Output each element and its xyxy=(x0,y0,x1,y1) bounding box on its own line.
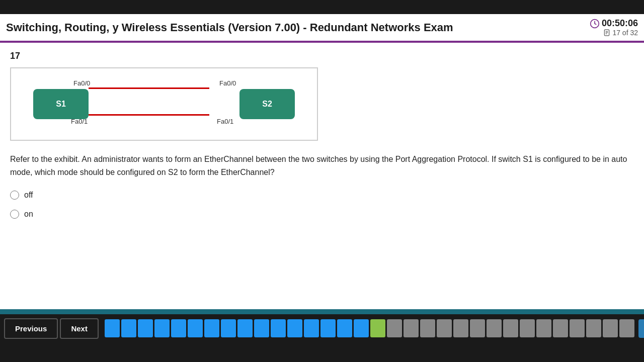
dot-25[interactable] xyxy=(503,319,518,337)
question-dots xyxy=(105,319,634,337)
page-title: Switching, Routing, y Wireless Essential… xyxy=(6,21,453,34)
page-count: 17 of 32 xyxy=(603,29,638,37)
dot-28[interactable] xyxy=(553,319,568,337)
header-right: 00:50:06 17 of 32 xyxy=(590,18,638,37)
dot-32[interactable] xyxy=(619,319,634,337)
timer-value: 00:50:06 xyxy=(602,18,638,29)
label-fa01-s2: Fa0/1 xyxy=(217,118,233,125)
dot-20[interactable] xyxy=(420,319,435,337)
dot-23[interactable] xyxy=(470,319,485,337)
network-diagram: Fa0/0 Fa0/0 S1 S2 Fa0/1 Fa0/1 xyxy=(23,76,305,132)
clock-icon xyxy=(590,19,600,29)
previous-button[interactable]: Previous xyxy=(4,318,58,339)
question-number: 17 xyxy=(10,51,634,61)
content-area: 17 Fa0/0 Fa0/0 S1 S2 Fa0/1 Fa0/1 Refer t… xyxy=(0,43,644,309)
radio-off[interactable] xyxy=(10,191,19,200)
dot-12[interactable] xyxy=(287,319,302,337)
next-button[interactable]: Next xyxy=(60,318,99,339)
label-fa00-s1: Fa0/0 xyxy=(73,79,90,87)
bottom-bar: Previous Next xyxy=(0,314,644,342)
dot-19[interactable] xyxy=(404,319,419,337)
dot-6[interactable] xyxy=(188,319,203,337)
dot-21[interactable] xyxy=(437,319,452,337)
dot-17[interactable] xyxy=(370,319,385,337)
dot-5[interactable] xyxy=(171,319,186,337)
option-off-row: off xyxy=(10,191,634,200)
radio-on[interactable] xyxy=(10,210,19,219)
switch-s1: S1 xyxy=(33,89,89,119)
dot-11[interactable] xyxy=(271,319,286,337)
dot-8[interactable] xyxy=(221,319,236,337)
dot-24[interactable] xyxy=(487,319,502,337)
submit-button[interactable]: Submit xyxy=(638,319,644,338)
option-on-row: on xyxy=(10,210,634,219)
dot-7[interactable] xyxy=(204,319,219,337)
switch-s1-label: S1 xyxy=(56,100,66,109)
exhibit-box: Fa0/0 Fa0/0 S1 S2 Fa0/1 Fa0/1 xyxy=(10,67,318,141)
dot-16[interactable] xyxy=(354,319,369,337)
label-fa01-s1: Fa0/1 xyxy=(71,118,88,125)
bottom-nav-divider xyxy=(0,309,644,314)
label-off: off xyxy=(24,191,33,200)
dot-14[interactable] xyxy=(320,319,336,337)
switch-s2: S2 xyxy=(239,89,295,119)
dot-27[interactable] xyxy=(536,319,551,337)
question-text: Refer to the exhibit. An administrator w… xyxy=(10,153,634,178)
dot-13[interactable] xyxy=(304,319,319,337)
switch-s2-label: S2 xyxy=(262,100,272,109)
label-fa00-s2: Fa0/0 xyxy=(219,79,236,87)
label-on: on xyxy=(24,210,33,219)
dot-18[interactable] xyxy=(387,319,402,337)
dot-29[interactable] xyxy=(570,319,585,337)
dot-2[interactable] xyxy=(121,319,136,337)
dot-31[interactable] xyxy=(603,319,618,337)
dot-10[interactable] xyxy=(254,319,269,337)
dot-3[interactable] xyxy=(138,319,153,337)
dot-22[interactable] xyxy=(453,319,468,337)
dot-9[interactable] xyxy=(237,319,253,337)
line-top xyxy=(89,87,209,89)
dot-4[interactable] xyxy=(154,319,170,337)
page-count-value: 17 of 32 xyxy=(612,29,638,37)
line-bottom xyxy=(89,114,209,116)
document-icon xyxy=(603,29,610,36)
header: Switching, Routing, y Wireless Essential… xyxy=(0,14,644,43)
dot-15[interactable] xyxy=(337,319,352,337)
footer-bar xyxy=(0,342,644,355)
dot-26[interactable] xyxy=(520,319,535,337)
timer: 00:50:06 xyxy=(590,18,638,29)
dot-1[interactable] xyxy=(105,319,120,337)
dot-30[interactable] xyxy=(586,319,601,337)
